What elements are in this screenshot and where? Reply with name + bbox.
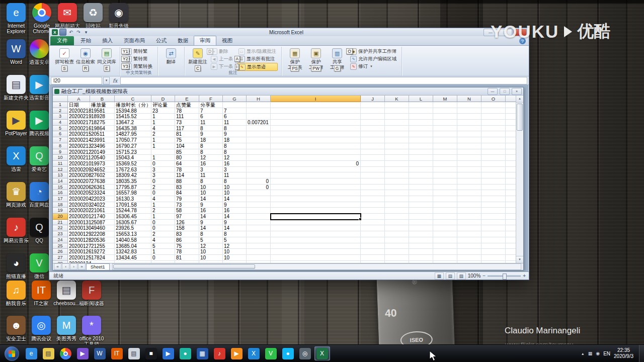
column-header-O[interactable]: O: [481, 96, 506, 102]
cell-M8[interactable]: [433, 143, 457, 149]
cell-F19[interactable]: 16: [199, 208, 223, 214]
cell-I24[interactable]: [271, 237, 361, 243]
cell-O20[interactable]: [481, 214, 506, 220]
tab-文件[interactable]: 文件: [50, 36, 74, 45]
cell-L6[interactable]: [409, 131, 433, 137]
cell-L20[interactable]: [409, 214, 433, 220]
cell-N10[interactable]: [457, 155, 481, 161]
normal-view-icon[interactable]: ▦: [435, 273, 444, 280]
cell-O1[interactable]: [481, 102, 506, 108]
cell-I19[interactable]: [271, 208, 361, 214]
cell-A14[interactable]: 20200207: [68, 178, 90, 185]
name-box[interactable]: I20: [51, 77, 102, 84]
cell-B23[interactable]: 22208: [90, 231, 115, 237]
cell-M10[interactable]: [433, 155, 457, 161]
cell-M9[interactable]: [433, 149, 457, 155]
cell-F11[interactable]: 16: [199, 161, 223, 167]
cell-J25[interactable]: [361, 243, 385, 249]
taskbar-item-ie[interactable]: e: [24, 346, 39, 360]
cell-B9[interactable]: 20149: [90, 149, 115, 155]
page-break-view-icon[interactable]: ▨: [457, 273, 466, 280]
taskbar-item-netease-music[interactable]: ♪: [212, 346, 227, 360]
cell-K13[interactable]: [385, 172, 409, 178]
cell-J11[interactable]: [361, 161, 385, 167]
tab-视图[interactable]: 视图: [216, 36, 238, 45]
cell-A15[interactable]: 20200206: [68, 185, 90, 191]
taskbar-item-thunder[interactable]: X: [246, 346, 262, 360]
cell-L1[interactable]: [409, 102, 433, 108]
cell-H9[interactable]: [247, 149, 271, 155]
cell-I11[interactable]: 0: [271, 161, 361, 167]
zoom-out-button[interactable]: −: [482, 273, 486, 279]
select-all-corner[interactable]: [53, 96, 68, 102]
cell-J9[interactable]: [361, 149, 385, 155]
column-header-L[interactable]: L: [409, 96, 433, 102]
修订-button[interactable]: ✎修订▾: [349, 63, 398, 70]
tray-volume-icon[interactable]: ◉: [596, 351, 600, 356]
cell-O4[interactable]: [481, 120, 506, 126]
excel-titlebar[interactable]: X ↶ ↷ ▾ Microsoft Excel — □ ×: [49, 28, 529, 37]
cell-4[interactable]: [506, 120, 516, 126]
cell-A5[interactable]: 20200216: [68, 126, 90, 132]
cell-O18[interactable]: [481, 202, 506, 208]
cell-C27[interactable]: 13434.45: [115, 255, 151, 261]
cell-B4[interactable]: 18275: [90, 120, 115, 126]
cell-B7[interactable]: 23991: [90, 137, 115, 143]
保护工作簿-button[interactable]: ▣保护 工作簿PW: [305, 47, 327, 70]
cell-H2[interactable]: [247, 108, 271, 114]
cell-F22[interactable]: 14: [199, 225, 223, 231]
row-header-13[interactable]: 13: [53, 172, 68, 178]
tray-expand-icon[interactable]: ▲: [581, 352, 585, 355]
cell-C2[interactable]: 15394.88: [115, 108, 151, 114]
cell-N14[interactable]: [457, 178, 481, 185]
cell-B20[interactable]: 21740: [90, 214, 115, 220]
cell-J20[interactable]: [361, 214, 385, 220]
cell-19[interactable]: [506, 208, 516, 214]
cell-H27[interactable]: [247, 255, 271, 261]
sheet-tab[interactable]: Sheet1: [86, 263, 110, 270]
cell-M2[interactable]: [433, 108, 457, 114]
cell-E1[interactable]: 点赞量: [175, 102, 199, 108]
cell-L15[interactable]: [409, 185, 433, 191]
cell-C12[interactable]: 17672.63: [115, 167, 151, 173]
cell-C16[interactable]: 16557.98: [115, 190, 151, 196]
cell-K25[interactable]: [385, 243, 409, 249]
row-header-21[interactable]: 21: [53, 220, 68, 226]
zoom-in-button[interactable]: +: [523, 273, 526, 279]
cell-9[interactable]: [506, 149, 516, 155]
cell-D5[interactable]: 4: [151, 126, 175, 132]
cell-N5[interactable]: [457, 126, 481, 132]
cell-A9[interactable]: 20200212: [68, 149, 90, 155]
cell-F1[interactable]: 分享量: [199, 102, 223, 108]
row-header-19[interactable]: 19: [53, 208, 68, 214]
cell-M14[interactable]: [433, 178, 457, 185]
row-header-25[interactable]: 25: [53, 243, 68, 249]
workbook-titlebar[interactable]: 融合工厂_模板视频数据报表 — □ ×: [53, 87, 523, 96]
cell-J23[interactable]: [361, 231, 385, 237]
cell-F2[interactable]: 7: [199, 108, 223, 114]
cell-H16[interactable]: [247, 190, 271, 196]
cell-D4[interactable]: 1: [151, 120, 175, 126]
cell-B16[interactable]: 23324: [90, 190, 115, 196]
cell-E13[interactable]: 114: [175, 172, 199, 178]
cell-C7[interactable]: 17050.77: [115, 137, 151, 143]
cell-G5[interactable]: 8: [223, 126, 247, 132]
保护并共享工作簿-button[interactable]: ◆保护并共享工作簿O: [349, 48, 398, 55]
cell-J14[interactable]: [361, 178, 385, 185]
cell-H6[interactable]: [247, 131, 271, 137]
cell-F24[interactable]: 5: [199, 237, 223, 243]
cell-20[interactable]: [506, 214, 516, 220]
保护工作表-button[interactable]: ▦保护 工作表PS: [284, 47, 305, 70]
cell-M21[interactable]: [433, 220, 457, 226]
redo-icon[interactable]: ↷: [75, 29, 82, 35]
cell-F10[interactable]: 12: [199, 155, 223, 161]
cell-C23[interactable]: 15653.13: [115, 231, 151, 237]
cell-M3[interactable]: [433, 114, 457, 120]
cell-C14[interactable]: 18035.35: [115, 178, 151, 185]
cell-K11[interactable]: [385, 161, 409, 167]
cell-2[interactable]: [506, 108, 516, 114]
row-header-9[interactable]: 9: [53, 149, 68, 155]
cell-L9[interactable]: [409, 149, 433, 155]
column-header-I[interactable]: I: [271, 96, 361, 102]
row-header-5[interactable]: 5: [53, 126, 68, 132]
